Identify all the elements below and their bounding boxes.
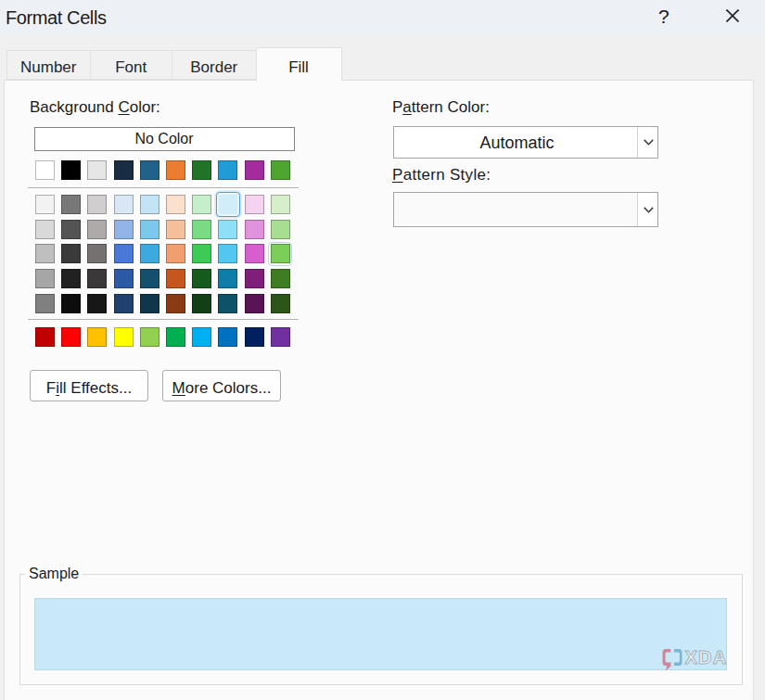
svg-text:XDA: XDA [685,647,728,668]
